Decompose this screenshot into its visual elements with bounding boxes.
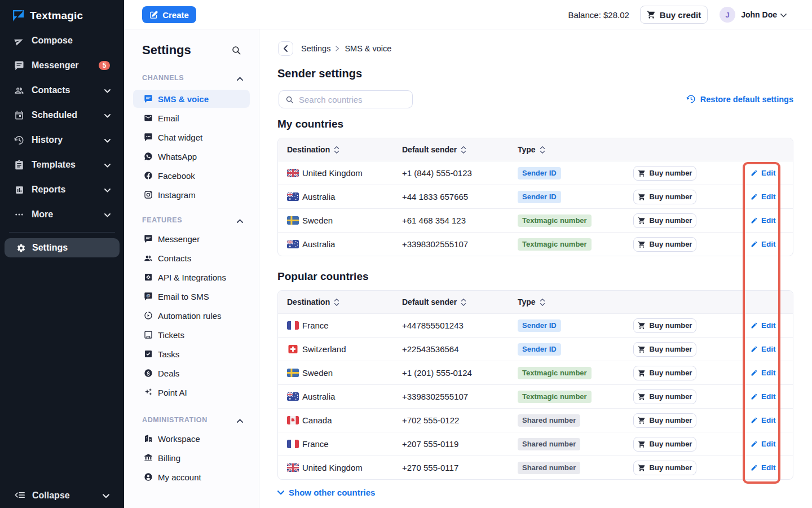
svg-text:@: @ (146, 293, 150, 298)
